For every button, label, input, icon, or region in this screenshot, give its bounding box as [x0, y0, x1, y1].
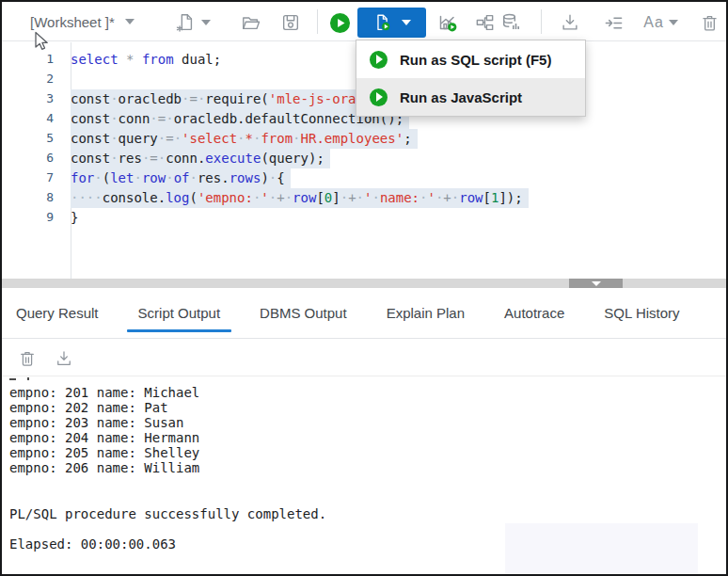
line-number: 1 — [2, 49, 62, 69]
line-number: 6 — [2, 148, 62, 168]
line-number: 8 — [2, 187, 62, 207]
tab-label: SQL History — [604, 305, 679, 321]
save-button[interactable] — [279, 11, 302, 34]
toolbar-separator — [317, 9, 318, 34]
play-icon — [370, 51, 388, 69]
trash-icon — [18, 349, 37, 368]
run-statement-icon — [329, 12, 351, 34]
result-tab[interactable]: Query Result — [2, 288, 113, 338]
text-size-menu-button[interactable] — [666, 11, 681, 34]
new-worksheet-button[interactable] — [174, 11, 197, 34]
line-number: 9 — [2, 207, 62, 227]
download-output-button[interactable] — [53, 347, 75, 370]
code-text: ····console.log('empno:·'·+·row[0]·+·'·n… — [71, 188, 529, 208]
faint-overlay — [505, 523, 698, 574]
worksheet-title: [Worksheet ]* — [30, 14, 115, 30]
code-text: select * from dual; — [71, 50, 221, 70]
run-menu-item[interactable]: Run as JavaScript — [356, 78, 585, 116]
run-script-menu: Run as SQL script (F5) Run as JavaScript — [356, 40, 586, 117]
tab-label: Explain Plan — [387, 305, 465, 321]
output-lines: empno: 201 name: Michael empno: 202 name… — [9, 385, 726, 475]
toolbar-separator — [541, 9, 542, 34]
format-button[interactable] — [602, 11, 625, 34]
sql-monitor-button[interactable] — [499, 11, 522, 34]
tab-label: Autotrace — [504, 305, 564, 321]
code-line[interactable]: 6const·res·=·conn.execute(query); — [2, 148, 726, 168]
code-text: } — [71, 208, 78, 228]
chevron-down-icon — [669, 20, 678, 25]
output-line: empno: 202 name: Pat — [9, 400, 726, 415]
text-size-button[interactable]: Aa — [638, 11, 670, 34]
save-icon — [280, 12, 301, 33]
result-tab[interactable]: Autotrace — [490, 288, 578, 338]
line-number: 5 — [2, 128, 62, 148]
explain-plan-button[interactable] — [473, 11, 496, 34]
output-line: empno: 205 name: Shelley — [9, 445, 726, 460]
chevron-down-icon — [125, 19, 135, 24]
play-icon — [370, 88, 388, 106]
open-file-button[interactable] — [240, 11, 262, 34]
result-tab[interactable]: Explain Plan — [372, 288, 479, 338]
menu-item-label: Run as SQL script (F5) — [400, 52, 551, 68]
tab-label: DBMS Output — [260, 305, 347, 321]
new-worksheet-menu-button[interactable] — [198, 11, 214, 34]
output-line: empno: 203 name: Susan — [9, 415, 726, 430]
text-size-icon: Aa — [643, 14, 664, 31]
result-tabbar: Query Result Script Output DBMS Output E… — [2, 288, 726, 339]
splitter-handle[interactable] — [569, 279, 623, 288]
result-tab[interactable]: SQL History — [590, 288, 693, 338]
app-window: [Worksheet ]* — [0, 0, 728, 576]
autotrace-button[interactable] — [436, 11, 459, 34]
download-icon — [55, 349, 73, 368]
code-line[interactable]: 7for·(let·row·of·res.rows)·{ — [2, 168, 726, 187]
run-script-button[interactable] — [357, 8, 426, 38]
line-number: 7 — [2, 168, 62, 187]
trash-icon — [700, 13, 720, 33]
code-text: const·res·=·conn.execute(query); — [71, 149, 330, 168]
explain-plan-icon — [474, 12, 496, 34]
panel-splitter[interactable] — [2, 279, 726, 288]
code-line[interactable]: 8····console.log('empno:·'·+·row[0]·+·'·… — [2, 187, 726, 207]
menu-item-label: Run as JavaScript — [400, 89, 522, 105]
mouse-cursor — [34, 31, 50, 52]
clear-worksheet-button[interactable] — [698, 11, 720, 34]
result-tab[interactable]: DBMS Output — [245, 288, 361, 338]
code-line[interactable]: 9} — [2, 207, 726, 227]
tab-label: Script Output — [138, 305, 221, 321]
run-menu-item[interactable]: Run as SQL script (F5) — [356, 40, 585, 78]
code-line[interactable]: 5const·query·=·'select·*·from·HR.employe… — [2, 128, 726, 148]
tab-label: Query Result — [16, 305, 99, 321]
code-text: const·query·=·'select·*·from·HR.employee… — [71, 129, 418, 149]
run-statement-button[interactable] — [328, 11, 351, 34]
new-file-icon — [175, 12, 196, 33]
chevron-down-icon — [201, 20, 211, 25]
line-number: 3 — [2, 88, 62, 108]
output-toolbar — [2, 339, 726, 376]
result-tab[interactable]: Script Output — [124, 288, 235, 338]
output-status: PL/SQL procedure successfully completed. — [9, 506, 726, 521]
download-button[interactable] — [559, 11, 581, 34]
output-line: empno: 204 name: Hermann — [9, 430, 726, 445]
clipped-output-fragment — [27, 377, 29, 380]
code-text: for·(let·row·of·res.rows)·{ — [71, 168, 291, 188]
collapse-down-icon — [592, 281, 601, 286]
chevron-down-icon — [402, 20, 411, 25]
download-icon — [560, 12, 580, 33]
line-number: 2 — [2, 69, 62, 88]
worksheet-toolbar: [Worksheet ]* — [2, 2, 726, 41]
open-folder-icon — [241, 12, 261, 33]
format-indent-icon — [603, 12, 625, 34]
output-line: empno: 201 name: Michael — [9, 385, 726, 400]
run-script-icon — [372, 12, 393, 33]
database-stats-icon — [499, 11, 522, 34]
clipped-output-fragment — [9, 378, 16, 380]
clear-output-button[interactable] — [16, 347, 39, 370]
output-line: empno: 206 name: William — [9, 460, 726, 475]
autotrace-chart-icon — [436, 11, 459, 34]
line-number: 4 — [2, 108, 62, 128]
